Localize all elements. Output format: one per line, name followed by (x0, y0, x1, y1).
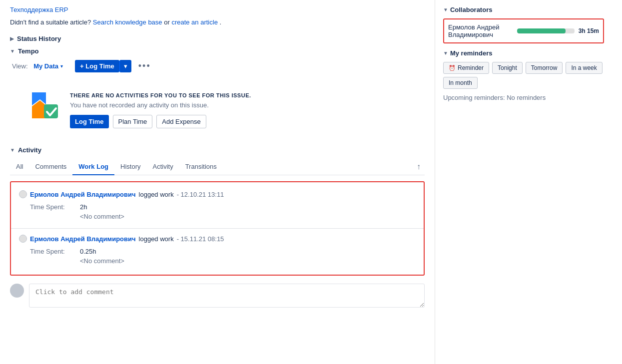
empty-text: You have not recorded any activity on th… (70, 101, 251, 109)
worklog-user-1[interactable]: Ермолов Андрей Владимирович (30, 191, 136, 198)
worklog-details-1: Time Spent: 2h <No comment> (19, 203, 416, 220)
tab-transitions[interactable]: Transitions (179, 159, 223, 175)
tomorrow-label: Tomorrow (531, 64, 558, 71)
tempo-header[interactable]: Tempo (10, 47, 425, 55)
tempo-icon (30, 90, 60, 120)
status-history-chevron (10, 36, 14, 41)
add-expense-button[interactable]: Add Expense (156, 115, 206, 128)
time-label-1: Time Spent: (30, 203, 80, 211)
week-label: In a week (571, 64, 597, 71)
no-reminders-text: Upcoming reminders: No reminders (443, 94, 604, 101)
tab-comments[interactable]: Comments (29, 159, 72, 175)
worklog-action-1: logged work (139, 191, 174, 198)
reminder-button-reminder[interactable]: ⏰ Reminder (443, 62, 489, 74)
activity-tabs: All Comments Work Log History Activity T… (10, 159, 425, 175)
comment-input[interactable] (29, 284, 425, 308)
tab-history[interactable]: History (114, 159, 146, 175)
reminder-button-tomorrow[interactable]: Tomorrow (526, 62, 563, 74)
worklog-user-2[interactable]: Ермолов Андрей Владимирович (30, 235, 136, 243)
tempo-chevron (10, 48, 15, 54)
worklog-row-comment-1: <No comment> (30, 213, 416, 220)
collaborators-header[interactable]: Collaborators (443, 6, 604, 13)
create-article-link[interactable]: create an article (171, 18, 218, 26)
avatar-2 (19, 235, 27, 243)
worklog-header-2: Ермолов Андрей Владимирович logged work … (19, 235, 416, 243)
tonight-label: Tonight (498, 64, 517, 71)
reminders-header[interactable]: My reminders (443, 49, 604, 57)
worklog-row-time-1: Time Spent: 2h (30, 203, 416, 211)
collaborator-row: Ермолов АндрейВладимирович 3h 15m (443, 18, 604, 43)
empty-state-content: THERE ARE NO ACTIVITIES FOR YOU TO SEE F… (70, 90, 251, 128)
activity-header[interactable]: Activity (10, 146, 425, 154)
collaborators-section: Collaborators Ермолов АндрейВладимирович… (443, 6, 604, 43)
worklog-date-2: - 15.11.21 08:15 (177, 235, 224, 243)
reminder-button-week[interactable]: In a week (566, 62, 602, 74)
view-dropdown-arrow[interactable]: ▾ (60, 63, 63, 69)
comment-value-1: <No comment> (80, 213, 124, 220)
worklog-header-1: Ермолов Андрей Владимирович logged work … (19, 190, 416, 198)
svg-rect-2 (44, 104, 58, 118)
view-label: View: (12, 62, 28, 70)
tempo-empty-state: THERE ARE NO ACTIVITIES FOR YOU TO SEE F… (10, 80, 425, 138)
log-time-button[interactable]: + Log Time (75, 60, 119, 72)
tab-all[interactable]: All (10, 159, 29, 175)
comment-user-avatar (10, 284, 24, 298)
tempo-section: Tempo View: My Data ▾ + Log Time ▾ ••• (10, 47, 425, 138)
reminders-label: My reminders (450, 49, 493, 57)
worklog-row-comment-2: <No comment> (30, 257, 416, 265)
comment-box (10, 284, 425, 308)
time-value-1: 2h (80, 203, 87, 211)
worklog-date-1: - 12.10.21 13:11 (177, 191, 224, 198)
reminder-button-tonight[interactable]: Tonight (492, 62, 523, 74)
worklog-entry: Ермолов Андрей Владимирович logged work … (11, 184, 424, 228)
view-select: View: My Data ▾ (12, 62, 63, 70)
comment-value-2: <No comment> (80, 257, 124, 265)
worklog-container: Ермолов Андрей Владимирович logged work … (10, 181, 425, 276)
log-time-split-button[interactable]: ▾ (119, 60, 131, 72)
worklog-row-time-2: Time Spent: 0.25h (30, 248, 416, 255)
activity-chevron (10, 147, 15, 153)
status-history-label: Status History (17, 35, 61, 42)
worklog-details-2: Time Spent: 0.25h <No comment> (19, 248, 416, 265)
reminders-section: My reminders ⏰ Reminder Tonight Tomorrow… (443, 49, 604, 101)
status-history-header[interactable]: Status History (10, 35, 425, 42)
help-text: Didn't find a suitable article? Search k… (10, 18, 425, 26)
more-options-button[interactable]: ••• (135, 60, 154, 72)
plan-time-button[interactable]: Plan Time (113, 115, 153, 128)
clock-icon: ⏰ (449, 65, 456, 71)
collab-name: Ермолов АндрейВладимирович (448, 23, 513, 38)
collaborators-label: Collaborators (450, 6, 493, 13)
reminder-button-month[interactable]: In month (443, 77, 478, 89)
sidebar: Collaborators Ермолов АндрейВладимирович… (435, 0, 612, 364)
sort-button[interactable]: ↑ (413, 160, 425, 173)
erp-link[interactable]: Техподдержка ERP (10, 6, 68, 13)
log-time-action-button[interactable]: Log Time (70, 115, 109, 128)
collab-time: 3h 15m (579, 27, 599, 34)
view-value[interactable]: My Data (33, 62, 58, 70)
tempo-label: Tempo (18, 47, 39, 55)
activity-label: Activity (18, 146, 41, 154)
collab-bar-container (517, 28, 575, 33)
worklog-entry-2: Ермолов Андрей Владимирович logged work … (11, 228, 424, 273)
tab-activity[interactable]: Activity (146, 159, 179, 175)
reminders-chevron (443, 50, 448, 56)
empty-actions: Log Time Plan Time Add Expense (70, 115, 251, 128)
month-label: In month (449, 79, 472, 86)
reminder-label-reminder: Reminder (458, 64, 484, 71)
time-label-2: Time Spent: (30, 248, 80, 255)
reminder-buttons: ⏰ Reminder Tonight Tomorrow In a week In… (443, 62, 604, 89)
worklog-action-2: logged work (139, 235, 174, 243)
activity-section: Activity All Comments Work Log History A… (10, 146, 425, 308)
collaborators-chevron (443, 7, 448, 12)
avatar-1 (19, 190, 27, 198)
tab-worklog[interactable]: Work Log (72, 159, 114, 175)
collab-bar (517, 28, 566, 33)
search-kb-link[interactable]: Search knowledge base (93, 18, 162, 26)
empty-title: THERE ARE NO ACTIVITIES FOR YOU TO SEE F… (70, 92, 251, 98)
tempo-toolbar: View: My Data ▾ + Log Time ▾ ••• (10, 60, 425, 72)
time-value-2: 0.25h (80, 248, 96, 255)
